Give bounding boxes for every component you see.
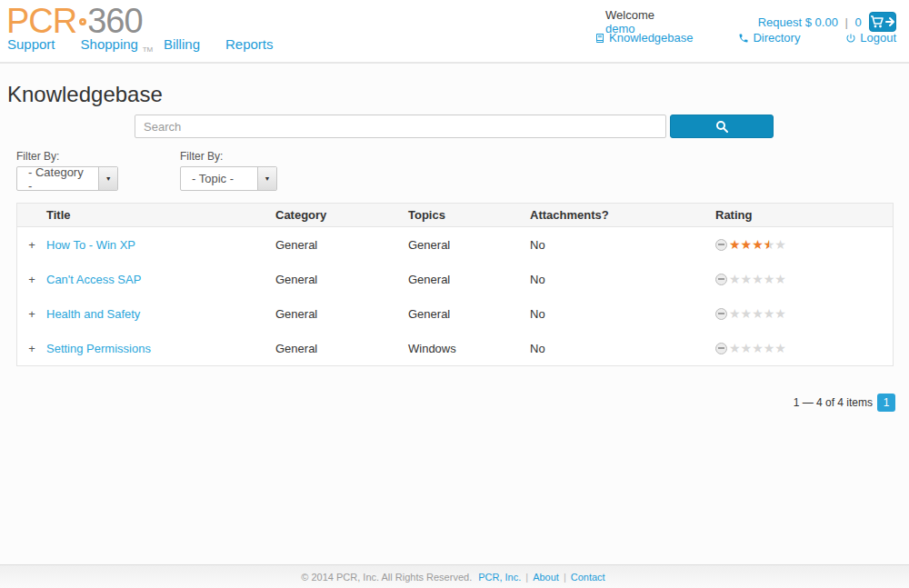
star-icon[interactable]: ★ (774, 307, 786, 320)
cell-category: General (275, 307, 408, 321)
power-icon (845, 33, 856, 44)
article-title-link[interactable]: Can't Access SAP (46, 273, 141, 286)
cell-attachments: No (530, 238, 715, 252)
chevron-down-icon[interactable]: ▼ (98, 167, 117, 190)
star-icon[interactable]: ★ (752, 342, 764, 354)
main-content: Knowledgebase Filter By: - Category - ▼ … (0, 82, 909, 412)
star-rating: ★★★★★ (729, 342, 786, 354)
pagination-summary: 1 — 4 of 4 items (794, 396, 873, 409)
topic-filter-group: Filter By: - Topic - ▼ (180, 150, 277, 191)
link-directory-label: Directory (753, 31, 800, 45)
request-count-link[interactable]: 0 (855, 15, 862, 29)
search-icon (715, 120, 728, 133)
cell-attachments: No (530, 342, 715, 355)
star-icon[interactable]: ★ (764, 238, 775, 251)
col-rating: Rating (715, 208, 893, 222)
filters: Filter By: - Category - ▼ Filter By: - T… (16, 150, 909, 191)
star-icon[interactable]: ★ (741, 342, 753, 354)
cell-category: General (275, 238, 408, 252)
star-icon[interactable]: ★ (764, 307, 775, 320)
star-icon[interactable]: ★ (729, 238, 741, 251)
star-rating: ★★★★★ (729, 238, 786, 251)
nav-reports[interactable]: Reports (225, 36, 274, 52)
search-bar (135, 115, 909, 138)
clear-rating-icon[interactable] (715, 274, 727, 285)
cart-arrow-icon (870, 15, 895, 28)
star-icon[interactable]: ★ (752, 238, 764, 251)
star-rating: ★★★★★ (729, 273, 786, 285)
search-input[interactable] (135, 115, 666, 138)
link-knowledgebase[interactable]: Knowledgebase (594, 31, 694, 45)
star-icon[interactable]: ★ (741, 273, 753, 285)
category-filter-group: Filter By: - Category - ▼ (16, 150, 118, 191)
clear-rating-icon[interactable] (715, 239, 727, 251)
logo-text-pcr: PCR (6, 2, 76, 40)
col-category: Category (275, 208, 408, 222)
link-logout-label: Logout (860, 31, 896, 45)
page-1-button[interactable]: 1 (877, 394, 895, 412)
star-icon[interactable]: ★ (774, 238, 786, 251)
request-total-link[interactable]: Request $ 0.00 (758, 15, 838, 29)
pcr360-logo[interactable]: PCR 360 TM (6, 2, 153, 69)
table-header-row: Title Category Topics Attachments? Ratin… (17, 204, 893, 227)
expand-row-icon[interactable]: + (17, 307, 46, 321)
expand-row-icon[interactable]: + (17, 238, 46, 252)
category-dropdown[interactable]: - Category - ▼ (16, 166, 118, 191)
nav-billing[interactable]: Billing (164, 36, 200, 52)
cell-category: General (275, 342, 408, 355)
cell-attachments: No (530, 307, 715, 321)
link-knowledgebase-label: Knowledgebase (609, 31, 694, 45)
cell-topics: General (408, 273, 530, 286)
topic-filter-label: Filter By: (180, 150, 277, 163)
cell-topics: General (408, 238, 530, 252)
table-row: + Setting Permissions General Windows No… (17, 331, 893, 365)
logo-ring-icon (79, 18, 86, 25)
nav-support[interactable]: Support (7, 36, 55, 52)
star-icon[interactable]: ★ (729, 273, 741, 285)
star-icon[interactable]: ★ (729, 307, 741, 320)
star-rating: ★★★★★ (729, 307, 786, 320)
article-title-link[interactable]: Health and Safety (46, 307, 140, 321)
clear-rating-icon[interactable] (715, 308, 727, 320)
footer: © 2014 PCR, Inc. All Rights Reserved. PC… (0, 564, 909, 588)
clear-rating-icon[interactable] (715, 343, 727, 354)
footer-separator: | (525, 572, 528, 583)
footer-link-about[interactable]: About (533, 572, 559, 583)
footer-separator: | (564, 572, 566, 583)
link-logout[interactable]: Logout (845, 31, 896, 45)
article-title-link[interactable]: Setting Permissions (46, 342, 151, 355)
star-icon[interactable]: ★ (764, 342, 775, 354)
pagination: 1 — 4 of 4 items 1 (0, 394, 895, 412)
col-title: Title (46, 208, 275, 222)
star-icon[interactable]: ★ (741, 307, 753, 320)
chevron-down-icon[interactable]: ▼ (257, 167, 276, 190)
expand-row-icon[interactable]: + (17, 342, 46, 355)
star-icon[interactable]: ★ (752, 273, 764, 285)
footer-link-pcr[interactable]: PCR, Inc. (478, 572, 521, 583)
star-icon[interactable]: ★ (752, 307, 764, 320)
rating-widget: ★★★★★ (715, 342, 893, 354)
link-directory[interactable]: Directory (738, 31, 800, 45)
request-summary: Request $ 0.00 | 0 (758, 15, 862, 29)
cart-button[interactable] (869, 12, 896, 32)
star-icon[interactable]: ★ (764, 273, 775, 285)
star-icon[interactable]: ★ (741, 238, 753, 251)
copyright-text: © 2014 PCR, Inc. All Rights Reserved. (301, 572, 472, 583)
table-row: + Health and Safety General General No ★… (17, 296, 893, 331)
cell-category: General (275, 273, 408, 286)
expand-row-icon[interactable]: + (17, 273, 46, 286)
search-button[interactable] (670, 115, 774, 138)
top-header: PCR 360 TM Support Shopping Billing Repo… (0, 0, 909, 64)
topic-dropdown[interactable]: - Topic - ▼ (180, 166, 277, 191)
page-title: Knowledgebase (7, 82, 909, 107)
article-title-link[interactable]: How To - Win XP (46, 238, 135, 252)
star-icon[interactable]: ★ (774, 273, 786, 285)
star-icon[interactable]: ★ (729, 342, 741, 354)
footer-link-contact[interactable]: Contact (571, 572, 605, 583)
table-row: + Can't Access SAP General General No ★★… (17, 262, 893, 296)
rating-widget: ★★★★★ (715, 238, 893, 251)
nav-shopping[interactable]: Shopping (81, 36, 138, 52)
phone-icon (738, 33, 749, 44)
col-topics: Topics (408, 208, 530, 222)
star-icon[interactable]: ★ (774, 342, 786, 354)
